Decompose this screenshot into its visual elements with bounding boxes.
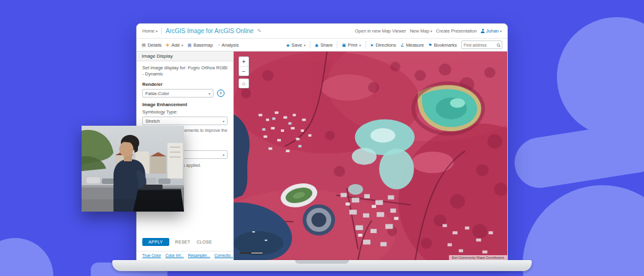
footer-link-resampling[interactable]: Resamplin... — [188, 253, 210, 258]
search-icon — [497, 44, 500, 47]
print-button[interactable]: ▣ Print ▾ — [342, 42, 361, 48]
renderer-row: False-Color ▾ + — [142, 89, 228, 98]
user-menu[interactable]: Juhan ▾ — [481, 28, 502, 34]
chevron-down-icon: ▾ — [156, 29, 158, 33]
decor-quarter — [0, 238, 53, 276]
share-button[interactable]: ◉ Share — [315, 42, 332, 48]
share-label: Share — [320, 42, 332, 48]
basemap-button[interactable]: ▦ Basemap — [188, 42, 213, 48]
chevron-down-icon: ▾ — [359, 43, 361, 47]
share-icon: ◉ — [315, 43, 318, 47]
page: Home ▾ ArcGIS Image for ArcGIS Online ✎ … — [0, 0, 644, 276]
home-menu[interactable]: Home ▾ — [142, 28, 158, 34]
directions-label: Directions — [375, 42, 396, 48]
zoom-control: + − — [239, 56, 249, 76]
map-view[interactable]: + − ⌂ Esri Community Maps Contributors — [234, 52, 507, 260]
bookmarks-icon: ⚑ — [428, 43, 432, 47]
user-icon — [481, 29, 485, 33]
basemap-icon: ▦ — [188, 43, 192, 47]
decor-band — [511, 119, 644, 192]
chevron-down-icon: ▾ — [500, 29, 502, 33]
applied-note: ts applied. — [182, 163, 228, 168]
add-button[interactable]: ✚ Add ▾ — [166, 42, 183, 48]
false-color-satellite-imagery — [234, 52, 507, 260]
save-label: Save — [291, 42, 302, 48]
add-icon: ✚ — [166, 43, 170, 47]
divider — [161, 28, 162, 34]
symbology-select[interactable]: Stretch ▾ — [142, 117, 228, 125]
reset-button[interactable]: RESET — [175, 240, 191, 244]
new-map-menu[interactable]: New Map ▾ — [410, 28, 432, 34]
symbology-label: Symbology Type: — [142, 109, 228, 115]
panel-title: Image Display — [137, 52, 233, 61]
presenter-video — [82, 126, 184, 212]
divider — [337, 41, 337, 48]
renderer-label: Renderer — [142, 82, 228, 87]
directions-button[interactable]: ➤ Directions — [370, 42, 396, 48]
enhancement-label: Image Enhancement — [142, 102, 228, 107]
renderer-value: False-Color — [145, 91, 169, 96]
analysis-button[interactable]: ◔ Analysis — [217, 42, 239, 48]
laptop-notch — [295, 260, 349, 264]
details-label: Details — [148, 42, 162, 48]
laptop-screen: Home ▾ ArcGIS Image for ArcGIS Online ✎ … — [136, 23, 508, 261]
chevron-down-icon: ▾ — [209, 91, 210, 96]
add-label: Add — [171, 42, 179, 48]
open-map-viewer-link[interactable]: Open in new Map Viewer — [355, 28, 406, 34]
details-icon: ▤ — [142, 43, 146, 47]
basemap-label: Basemap — [193, 42, 213, 48]
save-icon: ◈ — [286, 43, 289, 47]
print-icon: ▣ — [342, 43, 346, 47]
bookmarks-button[interactable]: ⚑ Bookmarks — [428, 42, 457, 48]
chevron-down-icon: ▾ — [304, 43, 305, 47]
app-body: Image Display Set image display for: Fug… — [137, 52, 507, 260]
arcgis-app: Home ▾ ArcGIS Image for ArcGIS Online ✎ … — [137, 24, 507, 260]
close-button[interactable]: CLOSE — [196, 240, 212, 244]
panel-subtitle: Set image display for: Fugro Orthos RGBI… — [142, 65, 228, 77]
apply-button[interactable]: APPLY — [142, 238, 169, 246]
details-button[interactable]: ▤ Details — [142, 42, 162, 48]
panel-actions: APPLY RESET CLOSE — [142, 234, 228, 248]
scale-bar — [240, 252, 263, 254]
home-label: Home — [142, 28, 155, 34]
chevron-down-icon: ▾ — [431, 29, 432, 33]
save-button[interactable]: ◈ Save ▾ — [286, 42, 306, 48]
chevron-down-icon: ▾ — [223, 153, 224, 157]
new-map-label: New Map — [410, 28, 429, 34]
find-address-search[interactable] — [461, 40, 502, 49]
directions-icon: ➤ — [370, 43, 374, 47]
page-title: ArcGIS Image for ArcGIS Online — [166, 28, 253, 34]
presenter-scene — [82, 126, 184, 212]
chevron-down-icon: ▾ — [223, 119, 224, 123]
user-name: Juhan — [486, 28, 499, 34]
measure-icon: ∠ — [401, 43, 404, 47]
analysis-icon: ◔ — [217, 43, 220, 47]
laptop-base — [112, 260, 532, 271]
create-presentation-link[interactable]: Create Presentation — [436, 28, 477, 34]
zoom-out-button[interactable]: − — [239, 66, 248, 75]
panel-footer-links: True Color Color Inf... Resamplin... Cor… — [137, 251, 233, 260]
add-renderer-button[interactable]: + — [217, 90, 224, 97]
renderer-select[interactable]: False-Color ▾ — [142, 89, 213, 98]
app-toolbar: ▤ Details ✚ Add ▾ ▦ Basemap ◔ Analysis — [137, 39, 507, 52]
edit-title-icon[interactable]: ✎ — [257, 28, 261, 34]
home-extent-button[interactable]: ⌂ — [239, 79, 249, 88]
search-input[interactable] — [464, 43, 496, 47]
decor-circle — [557, 17, 644, 137]
measure-button[interactable]: ∠ Measure — [401, 42, 424, 48]
divider — [366, 41, 366, 48]
map-attribution: Esri Community Maps Contributors — [449, 255, 507, 260]
decor-half-disc — [523, 185, 644, 276]
zoom-in-button[interactable]: + — [239, 57, 248, 66]
divider — [310, 41, 310, 48]
chevron-down-icon: ▾ — [182, 43, 183, 47]
symbology-value: Stretch — [145, 118, 160, 124]
analysis-label: Analysis — [221, 42, 239, 48]
footer-link-correction[interactable]: Correctio... — [215, 253, 233, 258]
measure-label: Measure — [406, 42, 424, 48]
app-header: Home ▾ ArcGIS Image for ArcGIS Online ✎ … — [137, 24, 507, 39]
footer-link-true-color[interactable]: True Color — [142, 253, 161, 258]
footer-link-color-inf[interactable]: Color Inf... — [165, 253, 183, 258]
bookmarks-label: Bookmarks — [434, 42, 457, 48]
print-label: Print — [348, 42, 357, 48]
